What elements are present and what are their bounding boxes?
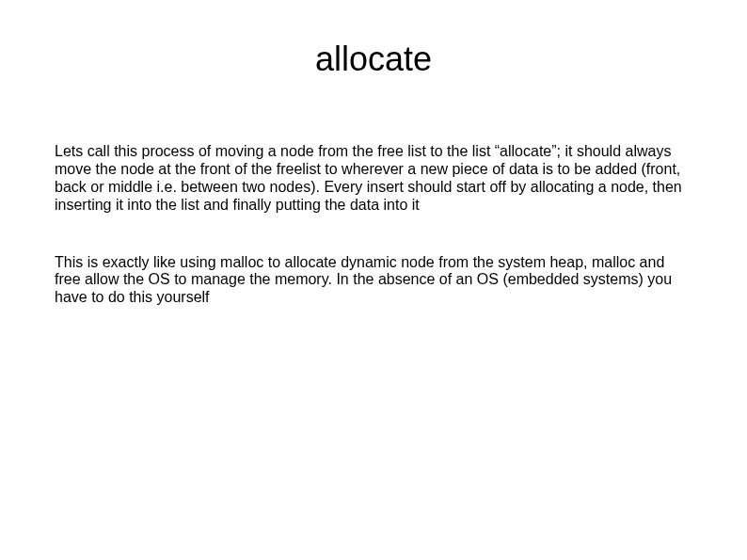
paragraph-1: Lets call this process of moving a node … xyxy=(55,143,692,215)
slide: allocate Lets call this process of movin… xyxy=(0,0,747,560)
slide-body: Lets call this process of moving a node … xyxy=(55,143,692,346)
paragraph-2: This is exactly like using malloc to all… xyxy=(55,254,692,308)
slide-title: allocate xyxy=(0,40,747,79)
